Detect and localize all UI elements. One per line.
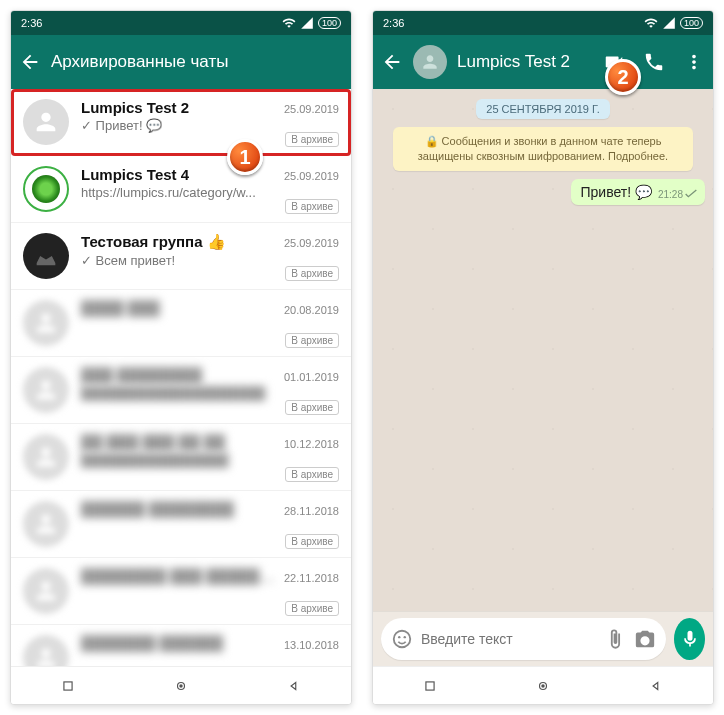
signal-icon <box>300 16 314 30</box>
svg-point-3 <box>394 631 411 648</box>
chat-date: 13.10.2018 <box>284 639 339 651</box>
svg-point-6 <box>642 638 648 644</box>
avatar <box>23 233 69 279</box>
back-icon[interactable] <box>381 51 403 73</box>
archive-tag: В архиве <box>285 266 339 281</box>
message-time: 21:28 <box>658 189 683 200</box>
archived-title: Архивированные чаты <box>51 52 343 72</box>
battery-icon: 100 <box>680 17 703 29</box>
avatar <box>23 166 69 212</box>
chat-preview: ████████████████ <box>81 453 339 468</box>
archived-header: Архивированные чаты <box>11 35 351 89</box>
svg-rect-0 <box>64 681 72 689</box>
svg-point-2 <box>179 684 183 688</box>
chat-list: Lumpics Test 225.09.2019✓ Привет! 💬В арх… <box>11 89 351 666</box>
battery-icon: 100 <box>318 17 341 29</box>
message-input-box[interactable] <box>381 618 666 660</box>
wifi-icon <box>644 16 658 30</box>
avatar <box>23 99 69 145</box>
chat-name: ████ ███ <box>81 300 160 317</box>
chat-header: Lumpics Test 2 <box>373 35 713 89</box>
chat-date: 25.09.2019 <box>284 237 339 249</box>
chat-name: ██████ ████████ <box>81 501 234 518</box>
wifi-icon <box>282 16 296 30</box>
chat-item[interactable]: ████████ ███ ███████22.11.2018В архиве <box>11 558 351 625</box>
check-icon <box>685 189 697 199</box>
encryption-notice[interactable]: 🔒 Сообщения и звонки в данном чате тепер… <box>393 127 693 171</box>
phone-left: 2:36 100 Архивированные чаты Lumpics Tes… <box>10 10 352 705</box>
status-time: 2:36 <box>383 17 404 29</box>
status-time: 2:36 <box>21 17 42 29</box>
contact-avatar[interactable] <box>413 45 447 79</box>
chat-date: 20.08.2019 <box>284 304 339 316</box>
chat-preview: https://lumpics.ru/category/w... <box>81 185 339 200</box>
svg-rect-7 <box>426 681 434 689</box>
chat-preview: ✓ Привет! 💬 <box>81 118 339 133</box>
nav-recent-icon[interactable] <box>61 679 75 693</box>
chat-item[interactable]: ███ ████████01.01.2019██████████████████… <box>11 357 351 424</box>
chat-preview: ████████████████████ <box>81 386 339 401</box>
avatar <box>23 300 69 346</box>
chat-name: ███████ ██████ <box>81 635 223 652</box>
archive-tag: В архиве <box>285 467 339 482</box>
message-outgoing[interactable]: Привет! 💬 21:28 <box>571 179 706 205</box>
chat-name: Lumpics Test 2 <box>81 99 189 116</box>
chat-item[interactable]: Lumpics Test 225.09.2019✓ Привет! 💬В арх… <box>11 89 351 156</box>
status-bar: 2:36 100 <box>11 11 351 35</box>
chat-date: 10.12.2018 <box>284 438 339 450</box>
signal-icon <box>662 16 676 30</box>
chat-item[interactable]: ████ ███20.08.2019В архиве <box>11 290 351 357</box>
status-right: 100 <box>282 16 341 30</box>
input-bar <box>373 611 713 666</box>
archive-tag: В архиве <box>285 534 339 549</box>
message-input[interactable] <box>421 631 596 647</box>
chat-name: ███ ████████ <box>81 367 202 384</box>
nav-home-icon[interactable] <box>174 679 188 693</box>
chat-name: ████████ ███ ███████ <box>81 568 278 585</box>
chat-title[interactable]: Lumpics Test 2 <box>457 52 593 72</box>
mic-button[interactable] <box>674 618 705 660</box>
svg-point-9 <box>541 684 545 688</box>
chat-name: Lumpics Test 4 <box>81 166 189 183</box>
date-pill: 25 СЕНТЯБРЯ 2019 Г. <box>476 99 609 119</box>
status-bar: 2:36 100 <box>373 11 713 35</box>
archive-tag: В архиве <box>285 333 339 348</box>
svg-point-4 <box>398 636 400 638</box>
callout-badge-2: 2 <box>605 59 641 95</box>
avatar <box>23 434 69 480</box>
chat-date: 25.09.2019 <box>284 170 339 182</box>
chat-item[interactable]: Тестовая группа 👍25.09.2019✓ Всем привет… <box>11 223 351 290</box>
back-icon[interactable] <box>19 51 41 73</box>
chat-item[interactable]: ██ ███ ███ ██ ██10.12.2018██████████████… <box>11 424 351 491</box>
emoji-icon[interactable] <box>391 628 413 650</box>
nav-home-icon[interactable] <box>536 679 550 693</box>
archive-tag: В архиве <box>285 132 339 147</box>
nav-back-icon[interactable] <box>649 679 663 693</box>
archive-tag: В архиве <box>285 199 339 214</box>
chat-date: 25.09.2019 <box>284 103 339 115</box>
chat-date: 28.11.2018 <box>284 505 339 517</box>
avatar <box>23 501 69 547</box>
attach-icon[interactable] <box>604 628 626 650</box>
chat-item[interactable]: ██████ ████████28.11.2018В архиве <box>11 491 351 558</box>
android-nav <box>373 666 713 704</box>
nav-back-icon[interactable] <box>287 679 301 693</box>
chat-date: 01.01.2019 <box>284 371 339 383</box>
nav-recent-icon[interactable] <box>423 679 437 693</box>
chat-body: 25 СЕНТЯБРЯ 2019 Г. 🔒 Сообщения и звонки… <box>373 89 713 611</box>
avatar <box>23 568 69 614</box>
message-text: Привет! 💬 <box>581 184 652 200</box>
android-nav <box>11 666 351 704</box>
voice-call-icon[interactable] <box>643 51 665 73</box>
message-meta: 21:28 <box>658 189 697 200</box>
archive-tag: В архиве <box>285 400 339 415</box>
chat-item[interactable]: Lumpics Test 425.09.2019https://lumpics.… <box>11 156 351 223</box>
phone-right: 2:36 100 Lumpics Test 2 25 СЕНТЯБРЯ 2019… <box>372 10 714 705</box>
more-icon[interactable] <box>683 51 705 73</box>
status-right: 100 <box>644 16 703 30</box>
avatar <box>23 635 69 666</box>
chat-name: Тестовая группа 👍 <box>81 233 226 251</box>
camera-icon[interactable] <box>634 628 656 650</box>
chat-item[interactable]: ███████ ██████13.10.2018В архиве <box>11 625 351 666</box>
svg-point-5 <box>404 636 406 638</box>
